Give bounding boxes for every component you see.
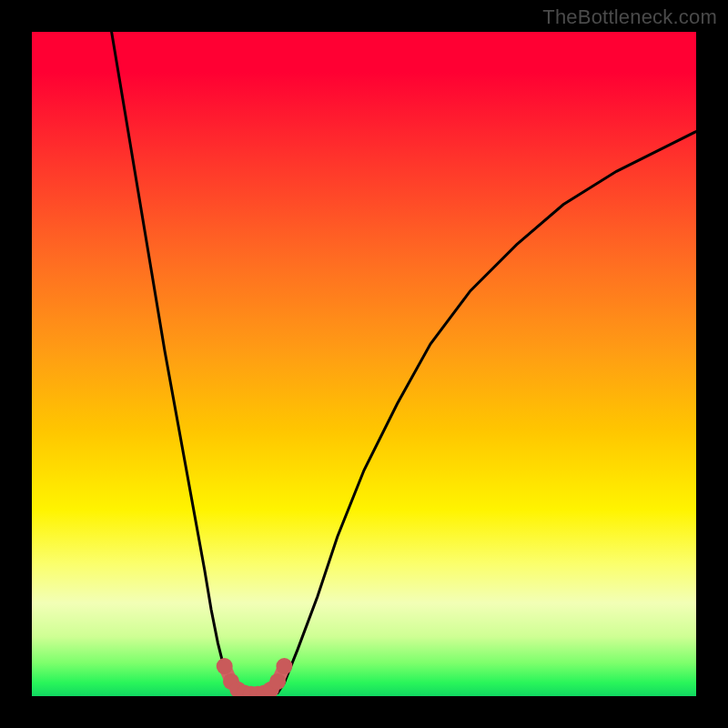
red-dot: [276, 658, 292, 674]
curve-overlay: [32, 32, 696, 696]
curve-right: [278, 132, 696, 693]
red-dots-group: [217, 658, 293, 696]
red-dot: [217, 658, 233, 674]
chart-frame: TheBottleneck.com: [0, 0, 728, 728]
curve-left: [112, 32, 238, 693]
watermark-text: TheBottleneck.com: [542, 5, 717, 29]
plot-area: [32, 32, 696, 696]
red-dot: [269, 673, 286, 690]
